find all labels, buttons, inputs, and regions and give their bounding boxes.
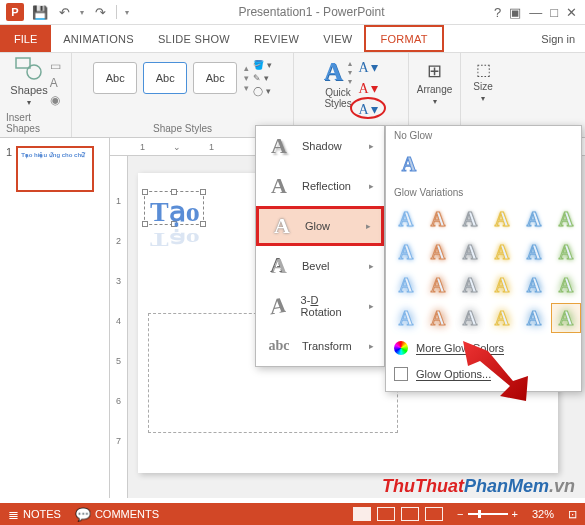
glow-variation-0-5[interactable]: A — [551, 204, 581, 234]
watermark: ThuThuatPhanMem.vn — [382, 476, 575, 497]
bevel-icon: A — [266, 253, 292, 279]
fx-transform[interactable]: abc Transform ▸ — [256, 326, 384, 366]
reading-view-icon[interactable] — [401, 507, 419, 521]
quick-access-toolbar: P 💾 ↶ ▾ ↷ ▾ — [0, 3, 129, 21]
redo-icon[interactable]: ↷ — [92, 4, 108, 20]
reflection-icon: A — [266, 173, 292, 199]
undo-icon[interactable]: ↶ — [56, 4, 72, 20]
edit-shape-icon[interactable]: ▭ — [50, 59, 61, 73]
glow-options[interactable]: Glow Options... — [386, 361, 581, 387]
glow-variation-2-2[interactable]: A — [455, 270, 485, 300]
wordart-gallery-icon[interactable]: A — [324, 57, 343, 87]
tab-slideshow[interactable]: SLIDE SHOW — [146, 25, 242, 52]
ribbon-tabs: FILE ANIMATIONS SLIDE SHOW REVIEW VIEW F… — [0, 25, 585, 53]
sorter-view-icon[interactable] — [377, 507, 395, 521]
glow-variation-3-2[interactable]: A — [455, 303, 485, 333]
glow-variation-3-0[interactable]: A — [391, 303, 421, 333]
save-icon[interactable]: 💾 — [32, 4, 48, 20]
glow-variation-1-1[interactable]: A — [423, 237, 453, 267]
window-controls: ? ▣ — □ ✕ — [494, 5, 585, 20]
slide-title-reflection: Tạo — [150, 228, 200, 251]
transform-icon: abc — [266, 338, 292, 354]
svg-point-1 — [27, 65, 41, 79]
group-label-shape-styles: Shape Styles — [153, 123, 212, 136]
slideshow-view-icon[interactable] — [425, 507, 443, 521]
ribbon-options-icon[interactable]: ▣ — [509, 5, 521, 20]
minimize-icon[interactable]: — — [529, 5, 542, 20]
window-title: Presentation1 - PowerPoint — [129, 5, 494, 19]
undo-dropdown-icon[interactable]: ▾ — [80, 8, 84, 17]
glow-variation-1-5[interactable]: A — [551, 237, 581, 267]
glow-variation-3-1[interactable]: A — [423, 303, 453, 333]
glow-variation-3-4[interactable]: A — [519, 303, 549, 333]
gallery-more-icon[interactable]: ▴▾▾ — [241, 63, 249, 93]
shape-effects-icon[interactable]: ◯ ▾ — [253, 86, 272, 96]
slide-thumbnail-panel: 1 Tạo hiệu ứng cho chữ — [0, 138, 110, 498]
arrange-button[interactable]: ⊞ Arrange ▾ — [409, 56, 461, 110]
vertical-ruler: 1234567 — [110, 156, 128, 498]
glow-variation-3-5[interactable]: A — [551, 303, 581, 333]
fit-to-window-icon[interactable]: ⊡ — [568, 508, 577, 521]
glow-variation-3-3[interactable]: A — [487, 303, 517, 333]
shape-outline-icon[interactable]: ✎ ▾ — [253, 73, 272, 83]
glow-variation-1-3[interactable]: A — [487, 237, 517, 267]
glow-variation-0-2[interactable]: A — [455, 204, 485, 234]
glow-variation-2-1[interactable]: A — [423, 270, 453, 300]
fx-bevel[interactable]: A Bevel ▸ — [256, 246, 384, 286]
glow-variation-2-4[interactable]: A — [519, 270, 549, 300]
glow-variation-0-4[interactable]: A — [519, 204, 549, 234]
sign-in-link[interactable]: Sign in — [531, 25, 585, 52]
tab-format[interactable]: FORMAT — [364, 25, 443, 52]
fx-glow[interactable]: A Glow ▸ — [256, 206, 384, 246]
glow-variation-2-3[interactable]: A — [487, 270, 517, 300]
style-item-3[interactable]: Abc — [193, 62, 237, 94]
status-bar: ≣NOTES 💬COMMENTS −+ 32% ⊡ — [0, 503, 585, 525]
merge-shapes-icon[interactable]: ◉ — [50, 93, 61, 107]
fx-3d-rotation[interactable]: A 3-D Rotation ▸ — [256, 286, 384, 326]
color-wheel-icon — [394, 341, 408, 355]
glow-variation-2-5[interactable]: A — [551, 270, 581, 300]
close-icon[interactable]: ✕ — [566, 5, 577, 20]
text-fill-icon[interactable]: A ▾ — [358, 59, 378, 76]
glow-variation-1-0[interactable]: A — [391, 237, 421, 267]
no-glow-option[interactable]: A — [394, 149, 424, 179]
tab-animations[interactable]: ANIMATIONS — [51, 25, 146, 52]
thumbnail-slide-1[interactable]: 1 Tạo hiệu ứng cho chữ — [6, 146, 103, 192]
title-bar: P 💾 ↶ ▾ ↷ ▾ Presentation1 - PowerPoint ?… — [0, 0, 585, 25]
glow-variation-2-0[interactable]: A — [391, 270, 421, 300]
glow-variations-grid: AAAAAAAAAAAAAAAAAAAAAAAA — [386, 202, 581, 335]
view-buttons — [353, 507, 443, 521]
shapes-button[interactable]: Shapes ▾ — [10, 56, 47, 107]
zoom-level[interactable]: 32% — [532, 508, 554, 520]
glow-variation-1-4[interactable]: A — [519, 237, 549, 267]
svg-rect-0 — [16, 58, 30, 68]
text-box-icon[interactable]: A — [50, 76, 61, 90]
style-item-2[interactable]: Abc — [143, 62, 187, 94]
glow-submenu: No Glow A Glow Variations AAAAAAAAAAAAAA… — [385, 125, 582, 392]
size-button[interactable]: ⬚ Size ▾ — [465, 56, 500, 107]
shape-style-gallery[interactable]: Abc Abc Abc — [89, 56, 241, 100]
slide-title-text[interactable]: Tạo — [150, 195, 200, 228]
glow-variation-0-3[interactable]: A — [487, 204, 517, 234]
text-effects-button[interactable]: A ▾ — [358, 101, 378, 118]
comments-button[interactable]: 💬COMMENTS — [75, 507, 159, 522]
more-glow-colors[interactable]: More Glow Colors — [386, 335, 581, 361]
style-item-1[interactable]: Abc — [93, 62, 137, 94]
text-outline-icon[interactable]: A ▾ — [358, 80, 378, 97]
zoom-slider[interactable]: −+ — [457, 508, 518, 520]
glow-variation-1-2[interactable]: A — [455, 237, 485, 267]
glow-variation-0-0[interactable]: A — [391, 204, 421, 234]
fx-reflection[interactable]: A Reflection ▸ — [256, 166, 384, 206]
shape-fill-icon[interactable]: 🪣 ▾ — [253, 60, 272, 70]
tab-file[interactable]: FILE — [0, 25, 51, 52]
options-icon — [394, 367, 408, 381]
normal-view-icon[interactable] — [353, 507, 371, 521]
fx-shadow[interactable]: A Shadow ▸ — [256, 126, 384, 166]
notes-button[interactable]: ≣NOTES — [8, 507, 61, 522]
tab-view[interactable]: VIEW — [311, 25, 364, 52]
maximize-icon[interactable]: □ — [550, 5, 558, 20]
help-icon[interactable]: ? — [494, 5, 501, 20]
tab-review[interactable]: REVIEW — [242, 25, 311, 52]
comments-icon: 💬 — [75, 507, 91, 522]
glow-variation-0-1[interactable]: A — [423, 204, 453, 234]
